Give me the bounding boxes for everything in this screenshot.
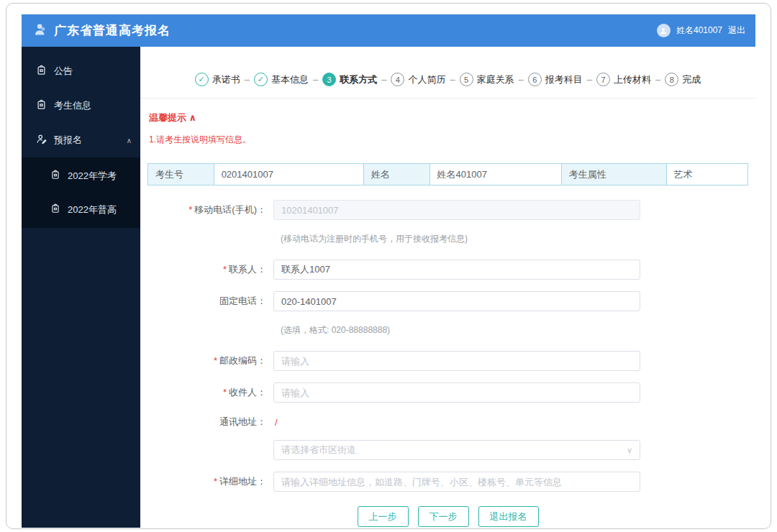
logout-button[interactable]: 退出 [728,24,745,37]
mailing-address-row: 通讯地址： / [140,416,755,428]
step-separator: – [381,74,386,85]
candidate-summary-table: 考生号 0201401007 姓名 姓名401007 考生属性 艺术 [147,163,748,185]
step-separator: – [587,74,592,85]
contact-form: 移动电话(手机)： (移动电话为注册时的手机号，用于接收报考信息) 联系人： 固… [140,185,755,528]
user-avatar-icon [657,24,671,37]
sidebar-item-candidate-info[interactable]: 考生信息 [22,88,140,123]
contact-person-field[interactable] [273,260,640,280]
detail-address-label: 详细地址： [140,475,273,488]
check-icon: ✓ [195,73,209,86]
collapse-arrow-icon[interactable]: ∧ [127,137,132,145]
step-label: 上传材料 [614,73,651,86]
sidebar-item-label: 公告 [54,65,132,78]
detail-address-field[interactable] [273,472,640,492]
sidebar-item-label: 2022年学考 [68,170,132,183]
mobile-phone-field [273,200,640,220]
sidebar-item-label: 2022年普高 [68,203,132,216]
clipboard-icon [36,99,47,112]
contact-person-row: 联系人： [140,260,755,280]
mobile-phone-row: 移动电话(手机)： [140,200,755,220]
region-select-row: 请选择省市区街道 ∨ [140,440,755,460]
sidebar-submenu: 2022年学考 2022年普高 [22,157,140,228]
mailing-address-slash: / [275,417,278,428]
landline-label: 固定电话： [140,295,273,308]
header-user-area: 姓名401007 退出 [657,24,745,37]
step-label: 完成 [682,73,701,86]
form-actions: 上一步 下一步 退出报名 [140,506,755,527]
main-content: ✓ 承诺书 – ✓ 基本信息 – 3 联系方式 – 4 个人简历 – [140,47,755,528]
sidebar-item-announcements[interactable]: 公告 [22,54,140,88]
table-header-candidate-no: 考生号 [148,164,214,185]
detail-address-row: 详细地址： [140,472,755,492]
mobile-phone-label: 移动电话(手机)： [140,203,273,216]
recipient-label: 收件人： [140,386,273,399]
step-number: 8 [665,73,678,86]
step-resume: 4 个人简历 [391,73,445,86]
table-value-attribute: 艺术 [667,164,748,185]
sidebar-item-label: 预报名 [54,134,119,147]
clipboard-icon [50,203,60,216]
chevron-down-icon: ∨ [627,446,632,455]
step-label: 报考科目 [545,73,583,86]
step-number: 7 [596,73,610,86]
postcode-row: 邮政编码： [140,351,755,371]
step-label: 承诺书 [212,73,240,86]
recipient-row: 收件人： [140,382,755,403]
postcode-label: 邮政编码： [140,354,273,367]
step-upload: 7 上传材料 [596,73,651,86]
step-separator: – [313,74,318,85]
recipient-field[interactable] [273,382,640,403]
tips-line-1: 1.请考生按说明填写信息。 [149,134,747,146]
table-value-candidate-no: 0201401007 [214,164,364,185]
app-window: 广东省普通高考报名 姓名401007 退出 公告 [22,14,755,528]
landline-note: (选填，格式: 020-88888888) [281,324,755,336]
region-select[interactable]: 请选择省市区街道 ∨ [273,440,640,460]
prev-step-button[interactable]: 上一步 [358,506,409,527]
page-title: 广东省普通高考报名 [54,22,171,39]
step-separator: – [655,74,660,85]
step-label: 基本信息 [271,73,309,86]
step-separator: – [450,74,455,85]
step-contact-info: 3 联系方式 [322,73,377,86]
sidebar-item-preregistration[interactable]: 预报名 ∧ [22,123,140,157]
landline-row: 固定电话： [140,291,755,311]
top-header: 广东省普通高考报名 姓名401007 退出 [22,14,755,47]
table-header-attribute: 考生属性 [562,164,667,185]
header-brand: 广东省普通高考报名 [33,22,171,40]
warm-tips: 温馨提示 ∧ 1.请考生按说明填写信息。 [140,98,755,146]
app-logo-person-icon [33,22,47,40]
sidebar-item-label: 考生信息 [54,99,132,112]
step-finish: 8 完成 [665,73,701,86]
step-number: 3 [322,73,336,86]
step-separator: – [519,74,524,85]
step-number: 6 [528,73,542,86]
user-name: 姓名401007 [676,24,722,37]
step-number: 4 [391,73,404,86]
tips-title-toggle[interactable]: 温馨提示 ∧ [149,111,747,124]
clipboard-icon [36,65,47,78]
clipboard-icon [50,170,60,182]
exit-registration-button[interactable]: 退出报名 [478,506,539,527]
mobile-phone-note: (移动电话为注册时的手机号，用于接收报考信息) [281,233,755,245]
next-step-button[interactable]: 下一步 [418,506,469,527]
table-value-name: 姓名401007 [430,164,562,185]
sidebar-item-2022-pugao[interactable]: 2022年普高 [22,193,140,226]
postcode-field[interactable] [273,351,640,371]
step-separator: – [245,74,250,85]
check-icon: ✓ [254,73,268,86]
mailing-address-label: 通讯地址： [140,416,273,428]
region-select-placeholder: 请选择省市区街道 [281,444,356,457]
step-promise: ✓ 承诺书 [195,73,240,86]
contact-person-label: 联系人： [140,263,273,276]
sidebar: 公告 考生信息 预报名 ∧ [22,47,140,528]
step-label: 个人简历 [408,73,445,86]
step-label: 联系方式 [340,73,377,86]
step-number: 5 [460,73,473,86]
step-label: 家庭关系 [477,73,514,86]
step-subjects: 6 报考科目 [528,73,583,86]
step-wizard: ✓ 承诺书 – ✓ 基本信息 – 3 联系方式 – 4 个人简历 – [140,47,755,98]
sidebar-item-2022-xuekao[interactable]: 2022年学考 [22,159,140,193]
table-header-name: 姓名 [364,164,430,185]
step-basic-info: ✓ 基本信息 [254,73,309,86]
landline-field[interactable] [273,291,640,311]
